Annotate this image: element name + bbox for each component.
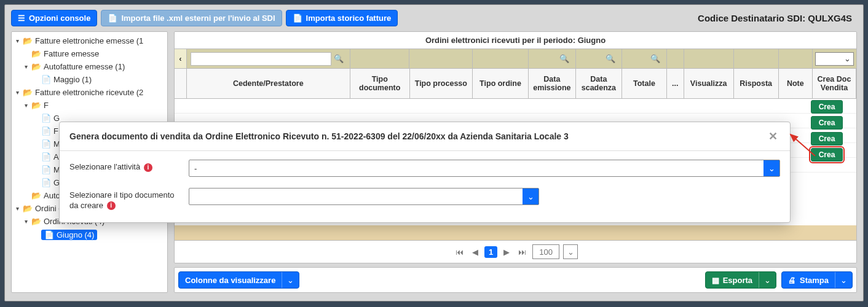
esporta-label: Esporta xyxy=(723,276,752,285)
info-icon[interactable]: i xyxy=(107,201,116,210)
pager-last-icon[interactable]: ⏭ xyxy=(516,247,529,257)
sidebar-item-selected[interactable]: 📄Giugno (4) xyxy=(41,230,97,240)
sidebar-item[interactable]: 📂Fatture emesse xyxy=(13,47,166,60)
sidebar-item-label: G xyxy=(53,114,60,123)
file-icon: 📄 xyxy=(41,178,51,187)
folder-open-icon: 📂 xyxy=(31,217,41,226)
genera-documento-modal: Genera documento di vendita da Ordine El… xyxy=(59,122,791,223)
excel-icon: ▦ xyxy=(712,276,719,285)
chevron-down-icon[interactable]: ⌄ xyxy=(523,188,539,204)
attivita-select[interactable]: - ⌄ xyxy=(189,160,780,177)
label-attivita: Selezionare l'attività i xyxy=(69,160,181,173)
sidebar-item[interactable]: ▾📂Autofatture emesse (1) xyxy=(13,60,166,73)
modal-title: Genera documento di vendita da Ordine El… xyxy=(69,131,766,141)
tipo-documento-select[interactable]: ⌄ xyxy=(189,188,539,205)
importa-xml-button[interactable]: 📄 Importa file .xml esterni per l'invio … xyxy=(101,10,282,26)
sidebar-item[interactable]: ▾📂Fatture elettroniche emesse (1 xyxy=(13,34,166,47)
crea-button[interactable]: Crea xyxy=(811,132,843,146)
file-icon: 📄 xyxy=(44,230,54,239)
sidebar-item-label: F xyxy=(53,126,58,136)
file-icon: 📄 xyxy=(293,14,302,23)
opzioni-console-label: Opzioni console xyxy=(29,14,90,23)
col-crea[interactable]: Crea Doc Vendita xyxy=(813,69,856,98)
sdi-code-label: Codice Destinatario SDI: QULXG4S xyxy=(698,13,857,23)
crea-button-highlighted[interactable]: Crea xyxy=(811,148,843,161)
pager-first-icon[interactable]: ⏮ xyxy=(453,247,466,257)
sidebar-item-label: Maggio (1) xyxy=(53,75,92,84)
importa-storico-label: Importa storico fatture xyxy=(306,14,392,23)
file-icon: 📄 xyxy=(41,152,51,161)
caret-icon[interactable]: ▾ xyxy=(23,102,29,109)
file-icon: 📄 xyxy=(108,14,117,23)
search-icon[interactable]: 🔍 xyxy=(648,54,663,63)
colonne-button[interactable]: Colonne da visualizzare ⌄ xyxy=(178,271,299,289)
folder-open-icon: 📂 xyxy=(23,204,33,213)
col-risposta[interactable]: Risposta xyxy=(734,69,779,98)
bottom-bar: Colonne da visualizzare ⌄ ▦ Esporta ⌄ 🖨 … xyxy=(174,267,857,293)
sidebar-item[interactable]: ▾📂F xyxy=(13,99,166,112)
filter-crea-dropdown[interactable]: ⌄ xyxy=(815,52,854,66)
folder-open-icon: 📂 xyxy=(31,62,41,71)
folder-open-icon: 📂 xyxy=(31,49,41,58)
crea-button[interactable]: Crea xyxy=(811,116,843,130)
sidebar-item-label: Fatture emesse xyxy=(44,49,99,58)
printer-icon: 🖨 xyxy=(788,276,796,285)
col-totale[interactable]: Totale xyxy=(622,69,667,98)
col-data-scad[interactable]: Data scadenza xyxy=(576,69,622,98)
hamburger-icon: ☰ xyxy=(18,14,25,23)
caret-icon[interactable]: ▾ xyxy=(23,218,29,225)
importa-storico-button[interactable]: 📄 Importa storico fatture xyxy=(286,10,398,26)
pager-next-icon[interactable]: ▶ xyxy=(501,247,512,257)
pager-prev-icon[interactable]: ◀ xyxy=(470,247,481,257)
search-icon[interactable]: 🔍 xyxy=(331,54,346,63)
close-icon[interactable]: ✕ xyxy=(766,130,780,143)
sidebar-item[interactable]: 📄Maggio (1) xyxy=(13,73,166,86)
scroll-left-button[interactable]: ‹ xyxy=(175,49,187,68)
col-tipo-ord[interactable]: Tipo ordine xyxy=(473,69,529,98)
file-icon: 📄 xyxy=(41,75,51,84)
info-icon[interactable]: i xyxy=(144,163,152,172)
chevron-down-icon[interactable]: ⌄ xyxy=(282,272,299,288)
sidebar-item-label: F xyxy=(44,101,49,110)
filter-cedente: 🔍 xyxy=(187,49,350,68)
col-ellipsis[interactable]: ... xyxy=(667,69,684,98)
stampa-label: Stampa xyxy=(800,276,829,285)
sidebar-item-label: Giugno (4) xyxy=(57,230,94,239)
crea-button[interactable]: Crea xyxy=(811,100,843,114)
chevron-down-icon: ⌄ xyxy=(844,54,851,63)
chevron-down-icon[interactable]: ⌄ xyxy=(759,272,776,288)
col-tipo-doc[interactable]: Tipo documento xyxy=(350,69,410,98)
sidebar-item[interactable]: ▾📂Fatture elettroniche ricevute (2 xyxy=(13,86,166,99)
filter-cedente-input[interactable] xyxy=(191,52,331,66)
col-data-emiss[interactable]: Data emissione xyxy=(529,69,576,98)
chevron-down-icon[interactable]: ⌄ xyxy=(835,272,852,288)
col-tipo-proc[interactable]: Tipo processo xyxy=(410,69,473,98)
folder-open-icon: 📂 xyxy=(31,101,41,110)
search-icon[interactable]: 🔍 xyxy=(557,54,572,63)
search-icon[interactable]: 🔍 xyxy=(603,54,618,63)
chevron-down-icon[interactable]: ⌄ xyxy=(763,160,779,176)
pager-page-number[interactable]: 1 xyxy=(484,246,497,258)
col-cedente[interactable]: Cedente/Prestatore xyxy=(187,69,350,98)
col-visualizza[interactable]: Visualizza xyxy=(684,69,734,98)
caret-icon[interactable]: ▾ xyxy=(14,205,20,212)
pager: ⏮ ◀ 1 ▶ ⏭ 100 ⌄ xyxy=(175,240,856,263)
tipo-doc-value xyxy=(189,188,523,204)
file-icon: 📄 xyxy=(41,126,51,136)
opzioni-console-button[interactable]: ☰ Opzioni console xyxy=(11,10,97,26)
file-icon: 📄 xyxy=(41,139,51,149)
grid-title: Ordini elettronici ricevuti per il perio… xyxy=(175,32,856,49)
pager-page-size-dropdown[interactable]: ⌄ xyxy=(563,244,578,259)
caret-icon[interactable]: ▾ xyxy=(14,89,20,96)
sidebar-item[interactable]: 📄Giugno (4) xyxy=(13,228,166,242)
folder-open-icon: 📂 xyxy=(23,36,33,45)
stampa-button[interactable]: 🖨 Stampa ⌄ xyxy=(781,271,853,289)
esporta-button[interactable]: ▦ Esporta ⌄ xyxy=(705,271,776,289)
caret-icon[interactable]: ▾ xyxy=(14,37,20,44)
pager-page-size: 100 xyxy=(532,244,559,259)
sidebar-item-label: Autofatture emesse (1) xyxy=(44,62,125,71)
col-note[interactable]: Note xyxy=(779,69,813,98)
sidebar-item-label: A xyxy=(53,152,59,161)
caret-icon[interactable]: ▾ xyxy=(23,63,29,70)
label-tipo-doc: Selezionare il tipo documento da creare … xyxy=(69,188,181,211)
